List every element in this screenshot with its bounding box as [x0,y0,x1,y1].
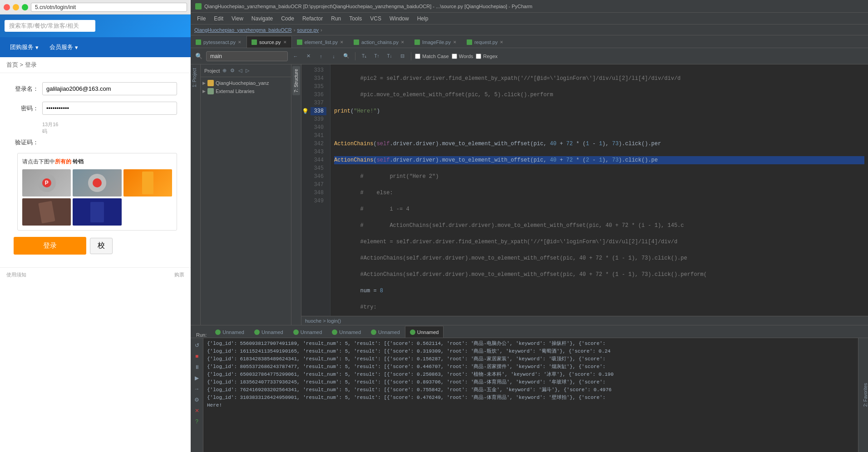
tab-source[interactable]: source.py ✕ [247,36,292,48]
browser-close-btn[interactable] [4,4,10,10]
tab-request-close[interactable]: ✕ [500,40,503,44]
menu-refactor[interactable]: Refactor [299,15,326,23]
search-t1-btn[interactable]: T₁ [359,51,369,61]
browser-url-bar[interactable]: 5.cn/otn/login/init [31,3,187,12]
tab-imagefile-close[interactable]: ✕ [453,40,457,44]
captcha-img-2[interactable] [73,169,121,197]
gutter-346 [301,172,309,181]
tab-pytesseract[interactable]: pytesseract.py ✕ [191,36,247,48]
side-tab-structure[interactable]: 7: Structure [292,66,300,95]
menu-tools[interactable]: Tools [345,15,365,23]
code-line-343: #element = self.driver.driver.find_eleme… [334,238,864,246]
breadcrumb-arrow: › [321,27,322,33]
run-tab-2[interactable]: Unnamed [249,326,288,338]
browser-topbar: 5.cn/otn/login/init [0,0,191,15]
run-rerun-btn[interactable]: ↺ [192,341,202,350]
menu-vcs[interactable]: VCS [366,15,385,23]
tab-action-chains[interactable]: action_chains.py ✕ [349,36,409,48]
vertical-side-labels: 1: Project [191,64,201,325]
tree-item-root[interactable]: ▶ QiangHuochepiao_yanz [201,79,291,87]
username-input[interactable] [42,82,177,95]
project-collapse-btn[interactable]: ◁ [237,67,243,74]
run-stop-btn[interactable]: ■ [192,352,202,361]
run-resume-btn[interactable]: ▶ [192,373,202,383]
search-input[interactable] [206,51,288,61]
run-tab-6[interactable]: Unnamed [405,326,444,338]
editor-bottom-bar: huoche > login() [301,316,868,325]
nav-item-member[interactable]: 会员服务 ▾ [44,37,84,57]
run-step-btn[interactable]: → [192,384,202,393]
run-output-line-9: Here! [207,402,854,409]
captcha-container: 请点击下图中所有的 铃铛 P [17,153,177,231]
project-sync-btn[interactable]: ⊕ [222,67,227,74]
run-help-btn[interactable]: ? [192,417,202,426]
menu-view[interactable]: View [228,15,247,23]
login-button[interactable]: 登录 [14,237,86,255]
browser-min-btn[interactable] [13,4,19,10]
search-icon[interactable]: 🔍 [194,52,203,61]
code-content[interactable]: #pic2 = self.driver.driver.find_element_… [330,64,868,316]
menu-run[interactable]: Run [327,15,345,23]
login-extra-btn[interactable]: 校 [90,238,113,254]
code-editor[interactable]: 💡 333 334 335 336 [301,64,868,325]
menu-edit[interactable]: Edit [210,15,227,23]
captcha-img-5[interactable] [73,198,121,226]
tab-pytesseract-close[interactable]: ✕ [238,40,242,44]
search-find-usages-btn[interactable]: 🔍 [341,51,351,61]
tree-root-label: QiangHuochepiao_yanz [216,80,269,86]
ln-346: 346 [311,172,326,181]
gutter-340 [301,123,309,132]
pycharm-icon [195,3,202,10]
tab-source-close[interactable]: ✕ [283,40,287,44]
captcha-img-1[interactable]: P [22,169,71,197]
menu-navigate[interactable]: Navigate [248,15,276,23]
site-search-bar[interactable]: 搜索车票/餐饮/常旅客/相关 [5,20,95,32]
ln-336: 336 [311,91,326,99]
project-gear-btn[interactable]: ⚙ [229,67,236,74]
breadcrumb-project[interactable]: QiangHuochepiao_yanzhengma_baiduOCR [194,27,292,33]
tab-imagefile[interactable]: ImageFile.py ✕ [409,36,462,48]
captcha-img-3[interactable] [123,169,172,197]
search-t2-btn[interactable]: T↑ [372,51,382,61]
search-next-up-btn[interactable]: ↑ [316,51,326,61]
words-group: Words [452,54,473,59]
run-pause-btn[interactable]: ⏸ [192,363,202,372]
browser-max-btn[interactable] [22,4,28,10]
words-label[interactable]: Words [459,54,473,59]
menu-window[interactable]: Window [386,15,413,23]
project-expand-btn[interactable]: ▷ [245,67,250,74]
run-tab-1[interactable]: Unnamed [210,326,249,338]
tab-action-chains-close[interactable]: ✕ [401,40,404,44]
run-tab-5[interactable]: Unnamed [366,326,405,338]
tab-request[interactable]: request.py ✕ [462,36,508,48]
search-filter-btn[interactable]: ⊟ [397,51,407,61]
search-t3-btn[interactable]: T↓ [385,51,395,61]
run-tab-4[interactable]: Unnamed [327,326,366,338]
regex-checkbox[interactable] [476,54,481,59]
search-clear-btn[interactable]: ✕ [303,51,313,61]
captcha-box: 请点击下图中所有的 铃铛 P [17,153,177,231]
match-case-label[interactable]: Match Case [422,54,449,59]
nav-item-group[interactable]: 团购服务 ▾ [5,37,44,57]
match-case-checkbox[interactable] [415,54,420,59]
search-prev-btn[interactable]: ← [291,51,301,61]
breadcrumb-file[interactable]: source.py [297,27,319,33]
tree-item-extlib[interactable]: ▶ External Libraries [201,87,291,95]
run-close-btn[interactable]: ✕ [192,406,202,415]
side-tab-project[interactable]: 1: Project [191,64,200,91]
words-checkbox[interactable] [452,54,457,59]
captcha-img-4[interactable] [22,198,71,226]
tab-element-list[interactable]: element_list.py ✕ [292,36,349,48]
favorites-label[interactable]: 2: Favorites [863,383,868,407]
regex-label[interactable]: Regex [483,54,498,59]
run-settings-btn[interactable]: ⚙ [192,395,202,404]
menu-code[interactable]: Code [277,15,298,23]
gutter-348 [301,189,309,197]
password-input[interactable] [42,102,177,115]
run-tab-3[interactable]: Unnamed [288,326,327,338]
gutter-345 [301,164,309,172]
tab-element-list-close[interactable]: ✕ [340,40,344,44]
search-next-down-btn[interactable]: ↓ [329,51,339,61]
menu-help[interactable]: Help [414,15,432,23]
menu-file[interactable]: File [193,15,209,23]
